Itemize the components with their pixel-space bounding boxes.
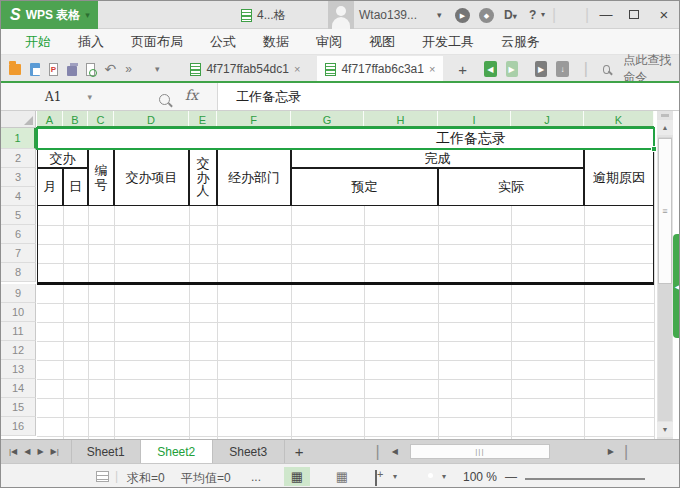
print-preview-icon[interactable] bbox=[86, 63, 95, 76]
row-header-8[interactable]: 8 bbox=[1, 263, 36, 282]
reading-mode-icon[interactable] bbox=[375, 470, 377, 486]
chevron-down-icon[interactable]: ▾ bbox=[541, 10, 545, 19]
normal-view-button[interactable]: ▦ bbox=[284, 467, 310, 486]
tab-review[interactable]: 审阅 bbox=[316, 33, 342, 51]
document-tab-1[interactable]: 4f717ffab54dc1 × bbox=[182, 56, 308, 82]
scroll-right-button[interactable]: ▶ bbox=[608, 447, 614, 456]
signature-tool-icon[interactable]: D▾ bbox=[504, 8, 517, 22]
cell-jiaoban[interactable]: 交办 bbox=[37, 149, 88, 168]
scroll-down-button[interactable]: ▼ bbox=[657, 422, 673, 437]
cell-number[interactable]: 编号 bbox=[88, 149, 114, 206]
cell-department[interactable]: 经办部门 bbox=[217, 149, 291, 206]
tab-cloud[interactable]: 云服务 bbox=[501, 33, 540, 51]
undock-tab-icon[interactable]: ↓ bbox=[556, 61, 568, 77]
row-header-13[interactable]: 13 bbox=[1, 360, 36, 379]
more-commands-icon[interactable]: » bbox=[125, 62, 132, 76]
tab-insert[interactable]: 插入 bbox=[78, 33, 104, 51]
avatar[interactable] bbox=[328, 1, 354, 29]
cell-month[interactable]: 月 bbox=[37, 168, 63, 206]
titlebar-document-button[interactable]: 4...格 bbox=[233, 2, 294, 28]
cell-complete[interactable]: 完成 bbox=[291, 149, 584, 168]
side-panel-toggle[interactable]: ◀ bbox=[673, 234, 680, 338]
scroll-left-button[interactable]: ◀ bbox=[392, 447, 398, 456]
chevron-down-icon[interactable]: ▾ bbox=[437, 10, 442, 20]
cell-planned[interactable]: 预定 bbox=[291, 168, 438, 206]
cell-project[interactable]: 交办项目 bbox=[114, 149, 189, 206]
tab-scroll-left-button[interactable]: ◀ bbox=[484, 61, 496, 77]
print-icon[interactable] bbox=[67, 66, 78, 76]
tab-scroll-right-button[interactable]: ▶ bbox=[506, 61, 518, 77]
open-file-icon[interactable] bbox=[9, 64, 21, 75]
scrollbar-thumb[interactable]: ≡ bbox=[658, 138, 672, 284]
row-header-7[interactable]: 7 bbox=[1, 244, 36, 263]
zoom-out-button[interactable]: — bbox=[505, 470, 517, 484]
cell-actual[interactable]: 实际 bbox=[438, 168, 584, 206]
sheet-tab-sheet3[interactable]: Sheet3 bbox=[213, 440, 285, 463]
row-header-11[interactable]: 11 bbox=[1, 322, 36, 341]
help-icon[interactable]: ? bbox=[529, 8, 536, 22]
undo-icon[interactable]: ↶ bbox=[104, 61, 116, 77]
new-tab-button[interactable]: + bbox=[458, 61, 467, 78]
skin-icon[interactable]: ▶ bbox=[455, 8, 470, 23]
add-sheet-button[interactable]: + bbox=[295, 443, 304, 460]
workspace-icon[interactable]: ▶ bbox=[535, 61, 547, 77]
hsplit-handle[interactable]: | bbox=[624, 443, 628, 461]
last-sheet-button[interactable]: ▶| bbox=[51, 447, 59, 456]
minimize-button[interactable]: — bbox=[593, 3, 619, 25]
save-icon[interactable] bbox=[30, 63, 40, 76]
row-header-10[interactable]: 10 bbox=[1, 303, 36, 322]
row-header-2[interactable]: 2 bbox=[1, 149, 36, 168]
select-all-corner[interactable] bbox=[1, 111, 36, 128]
row-header-12[interactable]: 12 bbox=[1, 341, 36, 360]
cell-day[interactable]: 日 bbox=[63, 168, 88, 206]
row-header-9[interactable]: 9 bbox=[1, 284, 36, 303]
status-more[interactable]: ... bbox=[251, 470, 261, 484]
hsplit-handle[interactable]: | bbox=[376, 443, 380, 461]
document-tab-2-active[interactable]: 4f717ffab6c3a1 × bbox=[317, 56, 443, 82]
app-menu-button[interactable]: S WPS 表格 ▾ bbox=[1, 1, 98, 29]
table-data-region[interactable] bbox=[37, 206, 654, 285]
row-header-6[interactable]: 6 bbox=[1, 225, 36, 244]
chevron-down-icon[interactable]: ▾ bbox=[393, 472, 397, 481]
sheet-tab-sheet1[interactable]: Sheet1 bbox=[71, 440, 141, 463]
maximize-button[interactable] bbox=[621, 3, 647, 25]
tab-developer[interactable]: 开发工具 bbox=[422, 33, 474, 51]
page-break-view-button[interactable]: ▦ bbox=[329, 467, 355, 486]
export-pdf-icon[interactable] bbox=[49, 63, 58, 76]
tab-view[interactable]: 视图 bbox=[369, 33, 395, 51]
next-sheet-button[interactable]: ▶ bbox=[37, 447, 43, 456]
row-header-14[interactable]: 14 bbox=[1, 379, 36, 398]
chevron-down-icon[interactable]: ▾ bbox=[442, 472, 446, 481]
cell-assigner[interactable]: 交办人 bbox=[189, 149, 217, 206]
row-header-16[interactable]: 16 bbox=[1, 417, 36, 436]
row-header-4[interactable]: 4 bbox=[1, 187, 36, 206]
tab-home[interactable]: 开始 bbox=[25, 33, 51, 51]
cell-title[interactable]: 工作备忘录 bbox=[321, 129, 621, 148]
tab-formulas[interactable]: 公式 bbox=[210, 33, 236, 51]
close-tab-icon[interactable]: × bbox=[429, 63, 435, 75]
hscrollbar-thumb[interactable]: ||| bbox=[410, 444, 550, 459]
vertical-scrollbar[interactable]: ▲ ≡ ▼ bbox=[657, 111, 673, 439]
fx-icon[interactable]: fx bbox=[185, 87, 198, 103]
zoom-level[interactable]: 100 % bbox=[463, 470, 497, 484]
tab-data[interactable]: 数据 bbox=[263, 33, 289, 51]
name-box[interactable]: A1 ▾ bbox=[1, 83, 136, 110]
row-header-1[interactable]: 1 bbox=[1, 128, 36, 149]
cell-overdue-reason[interactable]: 逾期原因 bbox=[584, 149, 654, 206]
customize-toolbar-icon[interactable]: ▾ bbox=[155, 64, 160, 74]
tab-page-layout[interactable]: 页面布局 bbox=[131, 33, 183, 51]
insert-function-icon[interactable] bbox=[159, 94, 170, 105]
row-header-5[interactable]: 5 bbox=[1, 206, 36, 225]
username[interactable]: Wtao139... bbox=[359, 8, 417, 22]
prev-sheet-button[interactable]: ◀ bbox=[24, 447, 30, 456]
row-header-15[interactable]: 15 bbox=[1, 398, 36, 417]
split-handle[interactable] bbox=[661, 114, 669, 117]
formula-input[interactable]: 工作备忘录 bbox=[217, 83, 680, 110]
sheet-tab-sheet2-active[interactable]: Sheet2 bbox=[141, 440, 213, 463]
first-sheet-button[interactable]: |◀ bbox=[9, 447, 17, 456]
close-button[interactable]: × bbox=[651, 3, 677, 25]
scroll-up-button[interactable]: ▲ bbox=[657, 120, 673, 135]
row-header-3[interactable]: 3 bbox=[1, 168, 36, 187]
close-tab-icon[interactable]: × bbox=[294, 63, 300, 75]
zoom-slider[interactable] bbox=[525, 478, 645, 480]
